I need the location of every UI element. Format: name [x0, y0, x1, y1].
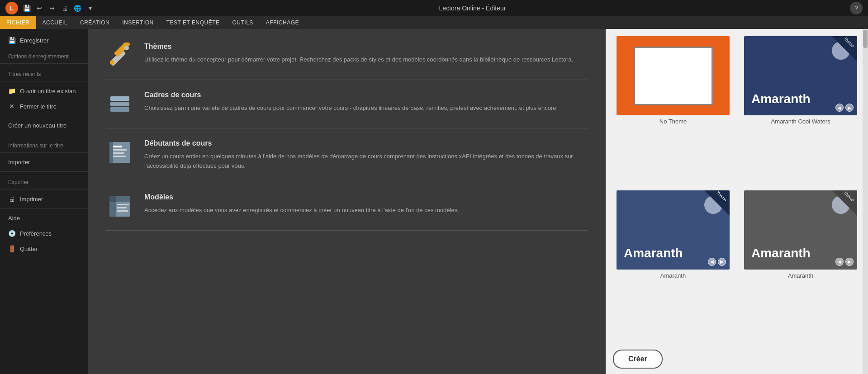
svg-rect-8: [113, 146, 122, 147]
sidebar-item-titres-recents: Titres récents: [0, 66, 88, 79]
svg-rect-12: [109, 142, 113, 163]
theme-preview-amaranth-dark: Theme Amaranth ◀ ▶: [744, 190, 857, 270]
theme-nav-dots: ◀ ▶: [835, 104, 854, 112]
top-bar: L 💾 ↩ ↪ 🖨 🌐 ▾ Lectora Online - Éditeur ?: [0, 0, 868, 16]
section-cadres: Cadres de cours Choisissez parmi une var…: [106, 80, 588, 128]
nav-next-3[interactable]: ▶: [845, 258, 854, 266]
theme-preview-amaranth-blue: Theme Amaranth ◀ ▶: [617, 190, 730, 270]
theme-card-amaranth-dark[interactable]: Theme Amaranth ◀ ▶ Amaranth: [740, 190, 861, 337]
globe-icon[interactable]: 🌐: [72, 3, 82, 13]
theme-preview-no-theme: [617, 36, 730, 115]
svg-rect-18: [117, 207, 127, 208]
main-layout: 💾 Enregistrer Options d'enregistrement T…: [0, 29, 868, 374]
theme-nav-dots-2: ◀ ▶: [708, 258, 726, 266]
help-button[interactable]: ?: [850, 2, 863, 14]
themes-grid: No Theme Theme Amaranth ◀ ▶ Amaranth: [606, 29, 868, 344]
svg-rect-6: [110, 96, 129, 101]
sidebar-item-informations: Informations sur le titre: [0, 137, 88, 151]
toolbar-icons: 💾 ↩ ↪ 🖨 🌐 ▾: [22, 3, 95, 13]
nav-prev-2[interactable]: ◀: [708, 258, 716, 266]
sidebar: 💾 Enregistrer Options d'enregistrement T…: [0, 29, 88, 374]
svg-rect-9: [113, 149, 127, 151]
create-btn-area: Créer: [606, 344, 868, 374]
modeles-icon: [107, 193, 133, 219]
dropdown-icon[interactable]: ▾: [85, 3, 95, 13]
section-modeles: Modèles Accédez aux modèles que vous ave…: [106, 182, 588, 231]
svg-rect-10: [113, 152, 124, 154]
sidebar-divider-3: [0, 116, 88, 116]
modeles-text: Modèles Accédez aux modèles que vous ave…: [144, 193, 588, 215]
sidebar-item-importer[interactable]: Importer: [0, 155, 88, 170]
right-panel: No Theme Theme Amaranth ◀ ▶ Amaranth: [606, 29, 868, 374]
create-button[interactable]: Créer: [613, 350, 663, 369]
modeles-desc: Accédez aux modèles que vous avez enregi…: [144, 206, 588, 215]
app-logo: L: [5, 2, 18, 14]
cadres-icon: [107, 91, 133, 117]
menu-fichier[interactable]: FICHIER: [0, 16, 36, 29]
svg-rect-11: [113, 156, 126, 157]
nav-next-2[interactable]: ▶: [718, 258, 726, 266]
panel-scrollbar[interactable]: [863, 29, 868, 374]
theme-label-no-theme: No Theme: [659, 118, 687, 125]
menu-creation[interactable]: CRÉATION: [74, 16, 116, 29]
redo-icon[interactable]: ↪: [47, 3, 57, 13]
sidebar-item-aide[interactable]: Aide: [0, 211, 88, 226]
sidebar-item-fermer[interactable]: ✕ Fermer le titre: [0, 99, 88, 114]
svg-point-3: [124, 46, 129, 50]
svg-rect-17: [117, 204, 129, 205]
debutants-icon: [107, 139, 133, 166]
sidebar-item-creer[interactable]: Créer un nouveau titre: [0, 118, 88, 133]
print-icon[interactable]: 🖨: [60, 3, 70, 13]
modeles-title: Modèles: [144, 193, 588, 201]
nav-next[interactable]: ▶: [845, 104, 854, 112]
menu-insertion[interactable]: INSERTION: [116, 16, 160, 29]
theme-nav-dots-3: ◀ ▶: [835, 258, 854, 266]
sidebar-divider-7: [0, 189, 88, 189]
theme-card-no-theme[interactable]: No Theme: [613, 36, 733, 183]
themes-icon-wrap: [106, 43, 133, 69]
sidebar-item-ouvrir[interactable]: 📁 Ouvrir un titre existan: [0, 83, 88, 99]
sidebar-divider-5: [0, 152, 88, 153]
sidebar-item-enregistrer[interactable]: 💾 Enregistrer: [0, 33, 88, 48]
svg-rect-4: [110, 107, 129, 112]
theme-preview-amaranth-cool: Theme Amaranth ◀ ▶: [744, 36, 857, 115]
close-icon: ✕: [8, 103, 15, 110]
printer-icon: 🖨: [8, 195, 15, 203]
menu-outils[interactable]: OUTILS: [226, 16, 260, 29]
themes-title: Thèmes: [144, 43, 588, 51]
top-bar-left: L 💾 ↩ ↪ 🖨 🌐 ▾: [5, 2, 95, 14]
menu-bar: FICHIER ACCUEIL CRÉATION INSERTION TEST …: [0, 16, 868, 29]
menu-affichage[interactable]: AFFICHAGE: [260, 16, 305, 29]
sidebar-divider-6: [0, 171, 88, 172]
sidebar-divider-8: [0, 208, 88, 209]
theme-card-amaranth-cool[interactable]: Theme Amaranth ◀ ▶ Amaranth Cool Waters: [740, 36, 861, 183]
sidebar-divider-4: [0, 135, 88, 135]
menu-accueil[interactable]: ACCUEIL: [36, 16, 74, 29]
save-icon: 💾: [8, 37, 15, 44]
cadres-text: Cadres de cours Choisissez parmi une var…: [144, 91, 588, 113]
themes-desc: Utilisez le thème du concepteur pour dém…: [144, 55, 588, 65]
theme-card-amaranth-blue[interactable]: Theme Amaranth ◀ ▶ Amaranth: [613, 190, 733, 337]
debutants-title: Débutants de cours: [144, 139, 588, 147]
undo-icon[interactable]: ↩: [34, 3, 44, 13]
svg-rect-5: [110, 102, 129, 106]
themes-icon: [107, 43, 133, 69]
sidebar-item-preferences[interactable]: 💿 Préférences: [0, 226, 88, 241]
svg-point-2: [110, 60, 114, 65]
theme-label-amaranth-cool: Amaranth Cool Waters: [771, 118, 830, 125]
save-icon[interactable]: 💾: [22, 3, 32, 13]
preferences-icon: 💿: [8, 230, 15, 237]
menu-test[interactable]: TEST ET ENQUÊTE: [160, 16, 226, 29]
sidebar-item-exporter: Exporter: [0, 174, 88, 187]
folder-icon: 📁: [8, 87, 15, 95]
section-debutants: Débutants de cours Créez un cours entier…: [106, 128, 588, 182]
sidebar-divider-1: [0, 63, 88, 64]
nav-prev-3[interactable]: ◀: [835, 258, 844, 266]
sidebar-divider-2: [0, 81, 88, 81]
app-title: Lectora Online - Éditeur: [439, 5, 506, 12]
debutants-icon-wrap: [106, 139, 133, 166]
nav-prev[interactable]: ◀: [835, 104, 844, 112]
sidebar-item-imprimer[interactable]: 🖨 Imprimer: [0, 191, 88, 207]
sidebar-item-quitter[interactable]: 🚪 Quitter: [0, 241, 88, 256]
svg-rect-19: [117, 210, 128, 212]
